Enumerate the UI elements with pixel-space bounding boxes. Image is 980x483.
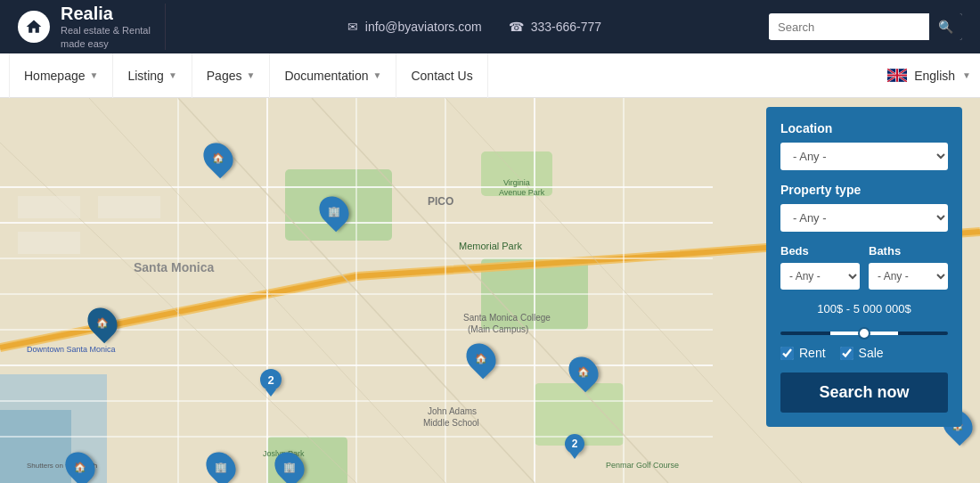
logo-name: Realia bbox=[61, 4, 151, 24]
language-label: English bbox=[914, 69, 955, 83]
property-type-label: Property type bbox=[780, 183, 948, 197]
beds-item: Beds - Any - bbox=[780, 244, 860, 290]
phone-icon: ☎ bbox=[509, 20, 524, 34]
baths-item: Baths - Any - bbox=[869, 244, 948, 290]
chevron-down-icon: ▼ bbox=[246, 70, 255, 80]
nav-label-contact-us: Contact Us bbox=[411, 69, 472, 83]
svg-text:Santa Monica: Santa Monica bbox=[134, 260, 214, 274]
chevron-down-icon: ▼ bbox=[90, 70, 99, 80]
search-panel: Location - Any - Property type - Any - B… bbox=[766, 107, 962, 427]
svg-text:Penmar Golf Course: Penmar Golf Course bbox=[606, 461, 679, 470]
nav-item-homepage[interactable]: Homepage ▼ bbox=[9, 53, 113, 98]
header-contact: ✉ info@byaviators.com ☎ 333-666-777 bbox=[180, 20, 769, 34]
map-marker-6[interactable]: 🏠 bbox=[570, 356, 597, 388]
nav-items: Homepage ▼ Listing ▼ Pages ▼ Documentati… bbox=[9, 53, 887, 98]
rent-label: Rent bbox=[799, 346, 826, 360]
header-search-box[interactable]: 🔍 bbox=[769, 13, 962, 40]
sale-checkbox-label[interactable]: Sale bbox=[840, 346, 884, 360]
navbar: Homepage ▼ Listing ▼ Pages ▼ Documentati… bbox=[0, 53, 980, 98]
language-selector[interactable]: English ▼ bbox=[887, 69, 971, 83]
nav-label-pages: Pages bbox=[207, 69, 242, 83]
map-marker-5[interactable]: 🏠 bbox=[468, 342, 494, 374]
svg-text:Middle School: Middle School bbox=[423, 418, 479, 428]
search-input[interactable] bbox=[769, 15, 929, 39]
svg-text:Santa Monica College: Santa Monica College bbox=[463, 313, 551, 323]
email-contact: ✉ info@byaviators.com bbox=[347, 20, 482, 34]
svg-text:Memorial Park: Memorial Park bbox=[459, 241, 522, 251]
phone-number: 333-666-777 bbox=[531, 20, 601, 34]
search-button[interactable]: 🔍 bbox=[929, 13, 962, 40]
svg-text:PICO: PICO bbox=[428, 195, 453, 208]
sale-label: Sale bbox=[859, 346, 884, 360]
header: Realia Real estate & Rentalmade easy ✉ i… bbox=[0, 0, 980, 53]
chevron-down-icon: ▼ bbox=[962, 70, 971, 80]
map-marker-4[interactable]: 2 bbox=[260, 369, 282, 397]
svg-text:John Adams: John Adams bbox=[428, 406, 477, 416]
nav-item-listing[interactable]: Listing ▼ bbox=[113, 53, 192, 98]
baths-select[interactable]: - Any - bbox=[869, 263, 948, 290]
logo-tagline: Real estate & Rentalmade easy bbox=[61, 24, 151, 50]
svg-rect-3 bbox=[0, 410, 71, 483]
svg-rect-29 bbox=[98, 196, 160, 218]
svg-text:Virginia: Virginia bbox=[503, 178, 530, 187]
logo-area: Realia Real estate & Rentalmade easy bbox=[18, 4, 166, 50]
baths-label: Baths bbox=[869, 244, 948, 258]
nav-label-homepage: Homepage bbox=[24, 69, 86, 83]
map-marker-7[interactable]: 2 bbox=[565, 434, 584, 459]
chevron-down-icon: ▼ bbox=[168, 70, 177, 80]
beds-select[interactable]: - Any - bbox=[780, 263, 860, 290]
rent-checkbox[interactable] bbox=[780, 347, 794, 360]
map-marker-1[interactable]: 🏠 bbox=[205, 142, 232, 174]
map-marker-8[interactable]: 🏠 bbox=[67, 451, 94, 483]
svg-text:Downtown Santa Monica: Downtown Santa Monica bbox=[27, 345, 116, 354]
property-type-select[interactable]: - Any - bbox=[780, 204, 948, 232]
map-marker-9[interactable]: 🏢 bbox=[208, 451, 234, 483]
map-marker-2[interactable]: 🏢 bbox=[321, 195, 347, 227]
flag-icon bbox=[887, 69, 907, 82]
email-icon: ✉ bbox=[347, 20, 358, 34]
map-container: Santa Monica PICO Santa Monica College (… bbox=[0, 98, 980, 483]
sale-checkbox[interactable] bbox=[840, 347, 853, 360]
email-address: info@byaviators.com bbox=[365, 20, 482, 34]
beds-baths-row: Beds - Any - Baths - Any - bbox=[780, 244, 948, 290]
price-range-label: 100$ - 5 000 000$ bbox=[780, 302, 948, 315]
nav-item-contact-us[interactable]: Contact Us bbox=[396, 53, 487, 98]
checkboxes-row: Rent Sale bbox=[780, 346, 948, 360]
location-label: Location bbox=[780, 121, 948, 135]
svg-text:(Main Campus): (Main Campus) bbox=[468, 324, 528, 334]
beds-label: Beds bbox=[780, 244, 860, 258]
logo-icon bbox=[18, 11, 50, 43]
price-range-slider[interactable] bbox=[780, 332, 948, 335]
nav-item-documentation[interactable]: Documentation ▼ bbox=[270, 53, 396, 98]
svg-text:Avenue Park: Avenue Park bbox=[499, 188, 545, 197]
nav-label-documentation: Documentation bbox=[284, 69, 368, 83]
search-now-button[interactable]: Search now bbox=[780, 372, 948, 413]
map-marker-3[interactable]: 🏠 bbox=[89, 307, 116, 339]
phone-contact: ☎ 333-666-777 bbox=[509, 20, 601, 34]
rent-checkbox-label[interactable]: Rent bbox=[780, 346, 826, 360]
svg-rect-30 bbox=[18, 232, 80, 254]
svg-rect-28 bbox=[18, 196, 80, 218]
nav-item-pages[interactable]: Pages ▼ bbox=[192, 53, 271, 98]
location-select[interactable]: - Any - bbox=[780, 143, 948, 170]
chevron-down-icon: ▼ bbox=[373, 70, 382, 80]
map-marker-10[interactable]: 🏢 bbox=[276, 451, 303, 483]
nav-label-listing: Listing bbox=[127, 69, 163, 83]
